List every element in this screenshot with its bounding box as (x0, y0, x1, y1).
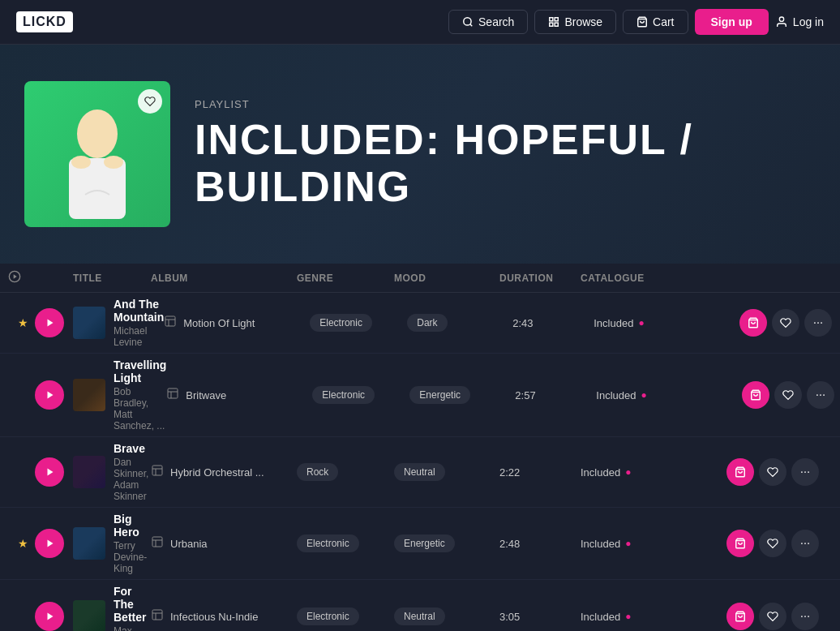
cart-add-icon (735, 538, 746, 549)
included-dot-icon: ● (625, 611, 631, 622)
svg-rect-1 (550, 18, 553, 21)
track-actions (726, 603, 832, 630)
svg-marker-12 (14, 274, 17, 278)
track-actions (742, 381, 840, 409)
track-duration-cell: 2:43 (512, 316, 594, 330)
more-options-button[interactable] (804, 309, 832, 337)
add-to-cart-button[interactable] (726, 603, 754, 630)
included-dot-icon: ● (625, 538, 631, 549)
included-dot-icon: ● (641, 389, 647, 401)
track-name: Travelling Light (114, 358, 166, 384)
svg-marker-29 (48, 469, 54, 476)
track-duration: 2:57 (515, 389, 535, 401)
login-label: Log in (793, 15, 824, 28)
table-row: Travelling Light Bob Bradley, Matt Sanch… (0, 354, 840, 437)
track-thumbnail (73, 527, 105, 560)
track-artist: Bob Bradley, Matt Sanchez, ... (114, 386, 166, 431)
browse-button[interactable]: Browse (534, 10, 616, 34)
track-catalogue-cell: Included ● (596, 389, 742, 401)
genre-badge: Electronic (310, 314, 372, 332)
track-details: And The Mountain Michael Levine (114, 298, 164, 348)
save-track-button[interactable] (772, 309, 799, 337)
genre-badge: Electronic (312, 386, 375, 404)
hero-section: Playlist INCLUDED: HOPEFUL / BUILDING (0, 45, 840, 264)
album-icon (166, 387, 179, 403)
table-row: For The Better Max Brodie Infectious Nu-… (0, 580, 840, 631)
track-mood-cell: Dark (407, 314, 512, 332)
table-header: Title Album Genre Mood Duration Catalogu… (0, 264, 840, 293)
more-options-button[interactable] (807, 381, 834, 409)
more-options-button[interactable] (791, 458, 819, 486)
add-to-cart-button[interactable] (726, 530, 754, 557)
ellipsis-icon (799, 611, 811, 622)
track-duration: 3:05 (499, 611, 520, 623)
save-track-button[interactable] (759, 603, 786, 630)
play-button[interactable] (35, 529, 64, 558)
play-button[interactable] (35, 308, 64, 337)
signup-button[interactable]: Sign up (695, 9, 769, 35)
star-icon: ★ (18, 537, 28, 550)
track-album: Hybrid Orchestral ... (170, 466, 264, 479)
track-info: Big Hero Terry Devine-King (73, 513, 151, 574)
track-album: Britwave (186, 389, 226, 401)
ellipsis-icon (799, 538, 811, 549)
search-label: Search (478, 15, 514, 28)
heart-track-icon (782, 389, 794, 401)
svg-point-20 (821, 322, 822, 324)
track-duration-cell: 2:57 (515, 388, 596, 402)
svg-point-51 (804, 616, 806, 617)
track-duration-cell: 2:22 (499, 465, 581, 479)
track-name: Brave (114, 442, 151, 455)
svg-rect-22 (168, 388, 178, 398)
save-track-button[interactable] (759, 458, 786, 486)
track-genre-cell: Electronic (310, 314, 407, 332)
included-text: Included (594, 317, 633, 329)
track-details: Brave Dan Skinner, Adam Skinner (114, 442, 151, 502)
search-icon (462, 16, 474, 28)
track-name: Big Hero (114, 513, 151, 539)
track-duration-cell: 2:48 (499, 536, 581, 551)
mood-badge: Energetic (409, 386, 470, 404)
svg-point-19 (817, 322, 819, 324)
included-text: Included (581, 611, 620, 623)
track-artist: Michael Levine (114, 325, 164, 348)
track-duration: 2:43 (512, 317, 533, 329)
svg-rect-14 (165, 316, 175, 326)
track-play-cell (8, 457, 73, 487)
album-icon (151, 535, 164, 552)
track-catalogue-cell: Included ● (594, 317, 739, 329)
save-track-button[interactable] (759, 530, 786, 557)
login-button[interactable]: Log in (775, 15, 824, 28)
play-icon (45, 467, 55, 477)
mood-badge: Dark (407, 314, 447, 332)
ellipsis-icon (799, 466, 811, 478)
add-to-cart-button[interactable] (742, 381, 769, 409)
play-button[interactable] (35, 457, 64, 487)
add-to-cart-button[interactable] (739, 309, 767, 337)
album-icon (151, 464, 164, 480)
add-to-cart-button[interactable] (726, 458, 754, 486)
more-options-button[interactable] (791, 603, 819, 630)
svg-point-18 (814, 322, 816, 324)
track-mood-cell: Energetic (409, 386, 515, 404)
track-name: And The Mountain (114, 298, 164, 324)
cart-label: Cart (653, 15, 674, 28)
cart-button[interactable]: Cart (623, 10, 688, 34)
track-duration: 2:22 (499, 466, 520, 479)
play-button[interactable] (35, 602, 64, 631)
save-track-button[interactable] (774, 381, 802, 409)
track-play-cell: ★ (8, 308, 73, 337)
heart-button[interactable] (138, 89, 162, 114)
track-album: Urbania (170, 538, 208, 550)
heart-track-icon (767, 466, 778, 478)
play-button[interactable] (35, 380, 64, 410)
search-button[interactable]: Search (448, 10, 528, 34)
track-thumbnail (73, 307, 105, 339)
svg-point-7 (77, 109, 118, 158)
svg-point-10 (104, 156, 123, 169)
more-options-button[interactable] (791, 530, 819, 557)
svg-point-0 (464, 18, 471, 25)
track-catalogue-cell: Included ● (581, 611, 726, 623)
table-row: Brave Dan Skinner, Adam Skinner Hybrid O… (0, 437, 840, 508)
svg-rect-38 (152, 537, 162, 547)
